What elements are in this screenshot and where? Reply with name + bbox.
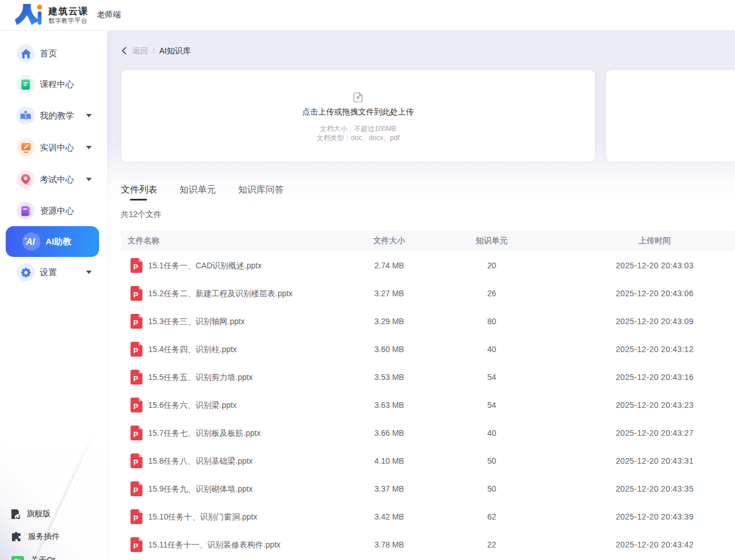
svg-text:P: P bbox=[133, 290, 138, 299]
svg-text:P: P bbox=[133, 457, 138, 466]
svg-text:P: P bbox=[133, 513, 138, 522]
svg-text:P: P bbox=[133, 318, 138, 326]
svg-text:AI: AI bbox=[26, 237, 36, 247]
svg-text:Qt: Qt bbox=[14, 558, 21, 560]
svg-text:P: P bbox=[133, 346, 138, 354]
svg-text:P: P bbox=[133, 402, 138, 410]
svg-text:P: P bbox=[133, 262, 138, 271]
svg-text:P: P bbox=[133, 430, 138, 438]
svg-text:P: P bbox=[133, 485, 138, 494]
svg-text:P: P bbox=[133, 541, 138, 550]
svg-text:P: P bbox=[133, 374, 138, 382]
